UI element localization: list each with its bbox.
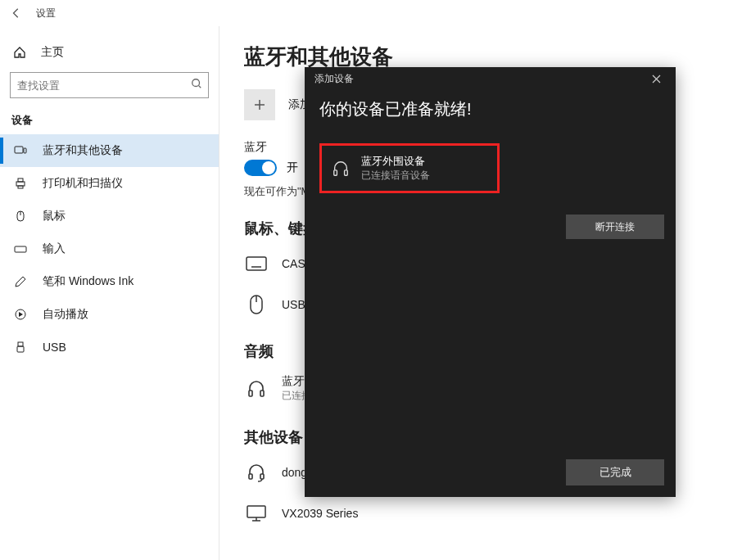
sidebar-item-typing[interactable]: 输入: [0, 233, 219, 265]
svg-rect-15: [247, 257, 266, 270]
home-icon: [13, 46, 26, 59]
svg-rect-27: [345, 169, 348, 174]
bluetooth-toggle[interactable]: [244, 160, 277, 176]
search-icon: [191, 78, 202, 89]
svg-rect-8: [15, 246, 26, 252]
sidebar-item-bluetooth[interactable]: 蓝牙和其他设备: [0, 134, 219, 167]
sidebar-item-label: 笔和 Windows Ink: [43, 274, 133, 289]
svg-rect-13: [18, 342, 23, 346]
window-title: 设置: [36, 7, 56, 20]
headphones-icon: [244, 377, 269, 401]
mouse-icon: [244, 292, 269, 317]
autoplay-icon: [13, 308, 28, 321]
headphones-icon: [332, 160, 350, 178]
device-row-monitor[interactable]: VX2039 Series: [244, 496, 726, 531]
dialog-close-button[interactable]: [646, 69, 666, 88]
dialog-title: 添加设备: [314, 72, 354, 86]
add-device-button[interactable]: [244, 89, 275, 120]
sidebar-item-pen[interactable]: 笔和 Windows Ink: [0, 265, 219, 298]
keyboard-icon: [244, 251, 269, 276]
sidebar-item-label: USB: [43, 341, 66, 354]
svg-rect-20: [260, 391, 264, 396]
svg-rect-22: [260, 474, 264, 479]
svg-rect-26: [334, 169, 337, 174]
found-device-status: 已连接语音设备: [361, 169, 430, 183]
found-device-name: 蓝牙外围设备: [361, 154, 430, 169]
dialog-heading: 你的设备已准备就绪!: [319, 98, 661, 120]
svg-rect-3: [16, 182, 25, 186]
disconnect-button[interactable]: 断开连接: [566, 215, 664, 239]
sidebar-home-label: 主页: [41, 45, 64, 60]
svg-rect-21: [249, 474, 252, 479]
svg-point-0: [192, 79, 200, 87]
svg-rect-14: [17, 346, 24, 352]
sidebar: 主页 设备 蓝牙和其他设备 打印机和扫描仪 鼠标 输入: [0, 26, 219, 560]
device-name: VX2039 Series: [282, 507, 358, 520]
sidebar-home[interactable]: 主页: [0, 36, 219, 69]
sidebar-item-label: 输入: [43, 242, 66, 256]
svg-rect-19: [249, 391, 252, 396]
printer-icon: [13, 177, 28, 190]
sidebar-item-usb[interactable]: USB: [0, 331, 219, 364]
sidebar-item-mouse[interactable]: 鼠标: [0, 200, 219, 233]
svg-rect-4: [18, 178, 23, 182]
sidebar-item-label: 自动播放: [43, 307, 88, 322]
sidebar-group-label: 设备: [0, 98, 219, 134]
found-device[interactable]: 蓝牙外围设备 已连接语音设备: [319, 143, 500, 193]
svg-rect-1: [15, 147, 23, 153]
search-input[interactable]: [10, 72, 209, 98]
svg-rect-23: [247, 506, 265, 517]
sidebar-item-label: 蓝牙和其他设备: [43, 143, 123, 158]
monitor-icon: [244, 501, 269, 526]
usb-icon: [13, 341, 28, 354]
svg-rect-2: [24, 148, 26, 153]
sidebar-item-label: 打印机和扫描仪: [43, 176, 123, 191]
devices-icon: [13, 144, 28, 157]
sidebar-item-label: 鼠标: [43, 209, 66, 224]
headset-icon: [244, 460, 269, 485]
sidebar-item-autoplay[interactable]: 自动播放: [0, 298, 219, 331]
sidebar-item-printers[interactable]: 打印机和扫描仪: [0, 167, 219, 200]
bluetooth-state: 开: [287, 160, 298, 175]
pen-icon: [13, 275, 28, 288]
add-device-dialog: 添加设备 你的设备已准备就绪! 蓝牙外围设备 已连接语音设备 断开连接 已完成: [305, 67, 676, 497]
done-button[interactable]: 已完成: [566, 459, 664, 485]
keyboard-icon: [13, 242, 28, 255]
back-button[interactable]: [7, 3, 26, 23]
mouse-icon: [13, 210, 28, 223]
svg-rect-5: [18, 186, 23, 188]
